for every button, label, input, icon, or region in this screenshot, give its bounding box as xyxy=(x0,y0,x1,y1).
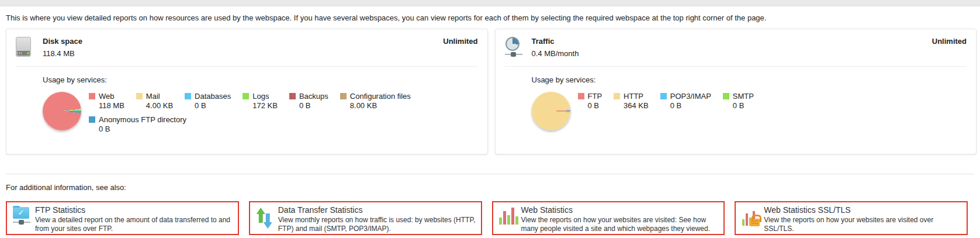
traffic-value: 0.4 MB/month xyxy=(532,49,579,58)
legend-item-pop3-imap: POP3/IMAP 0 B xyxy=(660,92,711,110)
legend-item-web: Web 118 MB xyxy=(89,92,124,110)
disk-space-value: 118.4 MB xyxy=(43,49,82,58)
hard-drive-icon xyxy=(16,37,31,57)
data-transfer-statistics-link[interactable]: Data Transfer Statistics View monthly re… xyxy=(249,201,482,235)
legend-swatch xyxy=(614,93,620,99)
traffic-usage-pie-chart xyxy=(532,92,570,130)
disk-space-header: Disk space 118.4 MB Unlimited xyxy=(16,37,478,58)
disk-space-card: Disk space 118.4 MB Unlimited Usage by s… xyxy=(6,29,488,154)
disk-space-title: Disk space xyxy=(43,37,82,46)
disk-space-limit: Unlimited xyxy=(443,37,477,46)
resource-cards-row: Disk space 118.4 MB Unlimited Usage by s… xyxy=(6,29,976,154)
data-transfer-statistics-description: View monthly reports on how traffic is u… xyxy=(278,216,477,233)
web-statistics-ssl-description: View the reports on how your websites ar… xyxy=(764,216,963,233)
legend-swatch xyxy=(578,93,584,99)
disk-usage-pie-chart xyxy=(43,92,81,130)
legend-item-http: HTTP 364 KB xyxy=(614,92,649,110)
bar-chart-icon xyxy=(499,207,521,225)
disk-usage-legend: Web 118 MB Mail 4.00 KB Databases 0 B Lo… xyxy=(89,92,478,139)
legend-item-smtp: SMTP 0 B xyxy=(723,92,754,110)
traffic-limit: Unlimited xyxy=(932,37,967,46)
legend-swatch xyxy=(185,93,191,99)
legend-swatch xyxy=(89,116,95,123)
web-statistics-title[interactable]: Web Statistics xyxy=(521,205,721,215)
ftp-statistics-title[interactable]: FTP Statistics xyxy=(35,205,234,215)
see-also-label: For additional information, see also: xyxy=(6,183,980,192)
section-divider xyxy=(6,174,974,174)
legend-item-anonymous-ftp: Anonymous FTP directory 0 B xyxy=(89,115,186,133)
page-description: This is where you view detailed reports … xyxy=(6,13,974,23)
legend-swatch xyxy=(340,93,347,99)
up-down-arrows-icon xyxy=(256,207,275,229)
legend-item-configuration-files: Configuration files 8.00 KB xyxy=(340,92,411,110)
web-statistics-link[interactable]: Web Statistics View the reports on how y… xyxy=(492,201,725,235)
legend-item-ftp: FTP 0 B xyxy=(578,92,602,110)
card-divider xyxy=(16,66,478,67)
web-statistics-ssl-link[interactable]: Web Statistics SSL/TLS View the reports … xyxy=(735,201,968,235)
web-statistics-description: View the reports on how your websites ar… xyxy=(521,216,721,233)
card-divider xyxy=(505,66,967,67)
legend-swatch xyxy=(136,93,143,99)
traffic-usage-label: Usage by services: xyxy=(532,75,967,84)
legend-swatch xyxy=(660,93,667,99)
traffic-gauge-icon xyxy=(505,37,520,57)
legend-swatch xyxy=(89,93,95,99)
web-statistics-ssl-title[interactable]: Web Statistics SSL/TLS xyxy=(764,205,963,215)
ftp-statistics-description: View a detailed report on the amount of … xyxy=(35,216,234,233)
traffic-title: Traffic xyxy=(532,37,579,46)
bar-chart-lock-icon xyxy=(742,207,761,227)
legend-item-databases: Databases 0 B xyxy=(185,92,231,110)
legend-item-backups: Backups 0 B xyxy=(289,92,328,110)
legend-item-mail: Mail 4.00 KB xyxy=(136,92,173,110)
ftp-statistics-link[interactable]: ✓ FTP Statistics View a detailed report … xyxy=(6,201,239,235)
lock-icon xyxy=(750,219,760,226)
traffic-card: Traffic 0.4 MB/month Unlimited Usage by … xyxy=(495,29,977,154)
legend-swatch xyxy=(289,93,296,99)
additional-links-row: ✓ FTP Statistics View a detailed report … xyxy=(6,201,968,235)
data-transfer-statistics-title[interactable]: Data Transfer Statistics xyxy=(278,205,477,215)
top-toolbar-strip xyxy=(0,0,980,6)
traffic-header: Traffic 0.4 MB/month Unlimited xyxy=(505,37,967,58)
disk-usage-label: Usage by services: xyxy=(43,75,478,84)
legend-item-logs: Logs 172 KB xyxy=(243,92,278,110)
ftp-folder-check-icon: ✓ xyxy=(13,207,30,225)
traffic-usage-legend: FTP 0 B HTTP 364 KB POP3/IMAP 0 B SMTP 0… xyxy=(578,92,967,130)
legend-swatch xyxy=(243,93,249,99)
legend-swatch xyxy=(723,93,729,99)
